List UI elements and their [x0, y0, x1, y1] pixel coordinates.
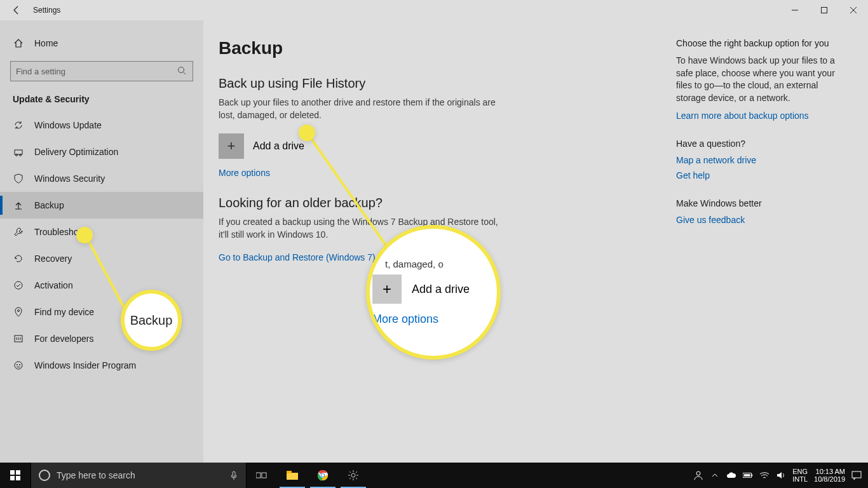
windows-icon	[10, 470, 20, 480]
sidebar-item-label: Windows Update	[34, 120, 102, 130]
battery-icon[interactable]	[743, 472, 753, 478]
svg-point-24	[696, 471, 700, 475]
clock-date: 10/8/2019	[814, 475, 845, 483]
content-area: Backup Back up using File History Back u…	[203, 20, 868, 463]
add-drive-label: Add a drive	[253, 140, 304, 152]
wrench-icon	[13, 227, 24, 237]
clock-time: 10:13 AM	[814, 468, 845, 475]
svg-point-12	[17, 364, 18, 365]
get-help-link[interactable]: Get help	[676, 170, 835, 180]
sidebar-item-activation[interactable]: Activation	[0, 272, 203, 299]
sidebar-item-label: For developers	[34, 334, 93, 344]
onedrive-icon[interactable]	[726, 471, 736, 479]
sidebar: Home Find a setting Update & Security Wi…	[0, 20, 203, 463]
svg-point-9	[18, 310, 20, 312]
highlight-label: Backup	[130, 313, 173, 328]
window-title: Settings	[33, 6, 60, 15]
svg-rect-4	[15, 150, 22, 154]
home-icon	[13, 38, 24, 48]
people-icon[interactable]	[693, 470, 703, 480]
developers-icon	[13, 334, 24, 344]
back-button[interactable]	[8, 5, 25, 15]
search-icon	[177, 66, 186, 75]
sidebar-item-label: Backup	[34, 200, 64, 210]
tray-chevron-icon[interactable]	[710, 471, 720, 479]
page-title: Backup	[219, 38, 676, 58]
file-history-desc: Back up your files to another drive and …	[219, 96, 498, 122]
more-options-link[interactable]: More options	[219, 168, 676, 178]
taskbar-app-settings[interactable]	[338, 463, 369, 488]
clock[interactable]: 10:13 AM 10/8/2019	[814, 468, 845, 483]
sidebar-item-label: Activation	[34, 280, 73, 290]
zoom-hint-text: t, damaged, o	[385, 259, 497, 269]
svg-point-2	[179, 67, 184, 73]
svg-point-6	[20, 154, 22, 156]
svg-rect-1	[822, 8, 827, 13]
taskbar: Type here to search ENG INTL 10:13 AM 10…	[0, 463, 868, 488]
add-drive-button[interactable]: + Add a drive	[219, 133, 676, 159]
mic-icon	[229, 471, 238, 480]
home-label: Home	[34, 38, 58, 48]
sidebar-item-label: Recovery	[34, 254, 72, 264]
taskbar-app-chrome[interactable]	[308, 463, 338, 488]
feedback-link[interactable]: Give us feedback	[676, 215, 835, 225]
map-drive-link[interactable]: Map a network drive	[676, 155, 835, 165]
sidebar-item-label: Windows Security	[34, 173, 105, 184]
sidebar-item-troubleshoot[interactable]: Troubleshoot	[0, 219, 203, 245]
svg-point-11	[15, 362, 22, 369]
start-button[interactable]	[0, 463, 31, 488]
svg-point-23	[351, 473, 355, 477]
language-indicator[interactable]: ENG INTL	[792, 468, 808, 483]
learn-more-link[interactable]: Learn more about backup options	[676, 111, 835, 121]
svg-point-8	[15, 281, 22, 289]
sidebar-item-windows-update[interactable]: Windows Update	[0, 112, 203, 139]
insider-icon	[13, 360, 24, 370]
sidebar-item-label: Windows Insider Program	[34, 360, 136, 370]
plus-icon: +	[219, 133, 244, 159]
svg-point-22	[322, 474, 324, 477]
sidebar-item-windows-insider[interactable]: Windows Insider Program	[0, 352, 203, 379]
highlight-dot-backup	[76, 227, 93, 243]
svg-point-5	[16, 154, 18, 156]
sync-icon	[13, 120, 24, 130]
help-title: Choose the right backup option for you	[676, 38, 835, 48]
help-rail: Choose the right backup option for you T…	[676, 38, 841, 463]
lang-line1: ENG	[792, 468, 808, 475]
taskbar-search[interactable]: Type here to search	[31, 463, 247, 488]
highlight-dot-add-drive	[299, 125, 315, 141]
search-placeholder: Find a setting	[16, 67, 65, 76]
category-label: Update & Security	[0, 94, 203, 112]
maximize-button[interactable]	[810, 0, 839, 20]
home-button[interactable]: Home	[0, 33, 203, 61]
feedback-title: Make Windows better	[676, 198, 835, 208]
sidebar-item-backup[interactable]: Backup	[0, 192, 203, 219]
svg-line-3	[184, 72, 186, 75]
backup-icon	[13, 200, 24, 210]
action-center-icon[interactable]	[851, 471, 862, 480]
search-input[interactable]: Find a setting	[10, 61, 193, 81]
svg-rect-26	[752, 474, 753, 477]
svg-rect-16	[262, 473, 266, 478]
taskbar-app-explorer[interactable]	[277, 463, 308, 488]
wifi-icon[interactable]	[759, 471, 770, 479]
zoom-plus-icon: +	[372, 274, 402, 304]
highlight-bubble-add-drive: t, damaged, o + Add a drive More options	[366, 225, 501, 360]
svg-rect-27	[744, 474, 750, 477]
location-icon	[13, 307, 24, 317]
minimize-button[interactable]	[780, 0, 810, 20]
check-icon	[13, 280, 24, 290]
svg-rect-18	[287, 471, 292, 473]
cortana-icon	[39, 470, 50, 481]
sidebar-item-windows-security[interactable]: Windows Security	[0, 165, 203, 192]
highlight-bubble-backup: Backup	[121, 290, 182, 351]
close-button[interactable]	[839, 0, 868, 20]
sidebar-item-label: Delivery Optimization	[34, 147, 118, 157]
svg-rect-17	[287, 473, 298, 480]
sidebar-item-delivery-optimization[interactable]: Delivery Optimization	[0, 139, 203, 165]
recovery-icon	[13, 254, 24, 264]
help-desc: To have Windows back up your files to a …	[676, 55, 835, 104]
svg-rect-28	[852, 471, 861, 478]
task-view-button[interactable]	[247, 463, 277, 488]
svg-rect-14	[233, 471, 235, 477]
volume-icon[interactable]	[776, 471, 786, 480]
